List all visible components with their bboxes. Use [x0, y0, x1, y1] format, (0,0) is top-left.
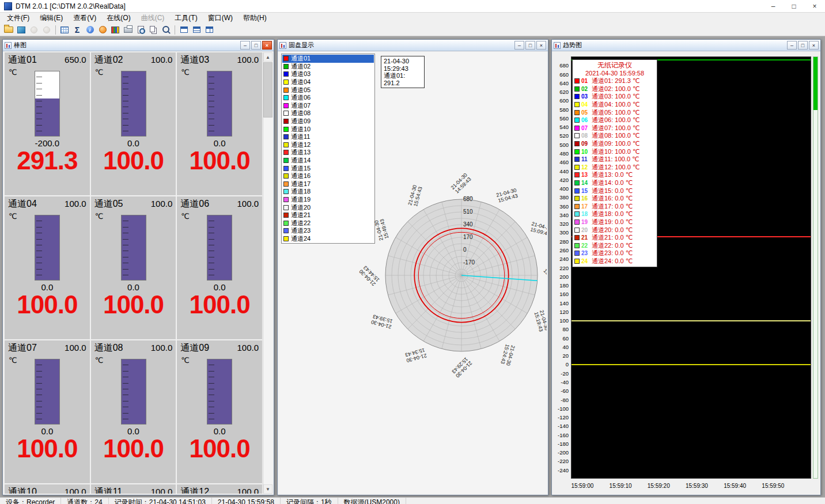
window-restore-button[interactable]: □ — [798, 41, 808, 50]
statistics-icon[interactable]: Σ — [71, 24, 84, 36]
scale-max-value: 100.0 — [151, 343, 173, 353]
channel-list-item[interactable]: 通道12 — [282, 141, 374, 149]
stop-icon — [43, 26, 50, 33]
print-preview-icon[interactable] — [134, 24, 147, 36]
menu-item[interactable]: 查看(V) — [68, 13, 101, 24]
channel-list-item[interactable]: 通道05 — [282, 86, 374, 94]
legend-channel-number: 11 — [581, 156, 590, 162]
scroll-up-button[interactable]: ▲ — [263, 52, 273, 62]
channel-list-item[interactable]: 通道10 — [282, 125, 374, 133]
cursor-tooltip: 21-04-30 15:29:43 通道01: 291.2 — [381, 56, 425, 88]
disc-window-titlebar[interactable]: 圆盘显示 – □ × — [278, 40, 548, 51]
window-minimize-button[interactable]: – — [514, 41, 524, 50]
bar-gauge-cell: 通道05100.0℃0.0100.0 — [91, 196, 176, 339]
scroll-down-button[interactable]: ▼ — [263, 484, 273, 494]
menu-item[interactable]: 曲线(C) — [136, 13, 170, 24]
tile-vertical-icon[interactable] — [203, 24, 215, 36]
vertical-scrollbar[interactable]: ▲ ▼ — [263, 52, 273, 494]
legend-channel-number: 17 — [581, 203, 590, 210]
bar-cell-header: 通道02100.0 — [91, 52, 176, 66]
y-axis-tick: 360 — [559, 203, 569, 209]
window-close-button[interactable]: × — [262, 41, 272, 50]
channel-list-item[interactable]: 通道08 — [282, 109, 374, 118]
disc-display-window: 圆盘显示 – □ × 通道01通道02通道03通道04通道05通道06通道07通… — [277, 39, 548, 495]
tile-horizontal-icon[interactable] — [190, 24, 203, 36]
trend-scrollbar[interactable] — [813, 56, 818, 479]
channel-color-swatch — [283, 221, 289, 226]
window-minimize-button[interactable]: – — [787, 41, 797, 50]
menu-item[interactable]: 帮助(H) — [238, 13, 272, 24]
copy-icon[interactable] — [147, 24, 160, 36]
window-minimize-button[interactable]: – — [240, 41, 250, 50]
data-table-icon — [60, 26, 69, 33]
menu-item[interactable]: 文件(F) — [2, 13, 35, 24]
mdi-workspace: 棒图 – □ × 通道01650.0℃-200.0291.3通道02100.0℃… — [0, 36, 825, 497]
alarm-icon[interactable] — [96, 24, 109, 36]
tooltip-value: 通道01: 291.2 — [384, 72, 422, 86]
color-settings-icon[interactable] — [109, 24, 122, 36]
y-axis-tick: 120 — [559, 308, 569, 314]
minimize-button[interactable]: – — [763, 0, 784, 12]
app-titlebar: DTM 2.0.1 [C:\DTM 2.0.2\RealData] – □ × — [0, 0, 825, 13]
legend-color-swatch — [574, 204, 580, 209]
bar-gauge — [207, 71, 232, 137]
channel-value: 100.0 — [177, 290, 262, 319]
menu-item[interactable]: 在线(O) — [101, 13, 135, 24]
time-ring-label: 21-04-3015:44:43 — [358, 264, 381, 287]
export-icon[interactable] — [15, 24, 28, 36]
menu-item[interactable]: 编辑(E) — [35, 13, 68, 24]
channel-list-item[interactable]: 通道09 — [282, 118, 374, 126]
legend-timestamp: 2021-04-30 15:59:58 — [573, 70, 657, 77]
channel-list-item[interactable]: 通道06 — [282, 94, 374, 102]
trend-scrollbar-thumb[interactable] — [813, 57, 818, 110]
window-restore-button[interactable]: □ — [251, 41, 261, 50]
scale-max-value: 100.0 — [237, 199, 259, 209]
cascade-windows-icon[interactable] — [177, 24, 190, 36]
maximize-button[interactable]: □ — [784, 0, 804, 12]
menu-item[interactable]: 窗口(W) — [203, 13, 238, 24]
zoom-icon[interactable] — [160, 24, 172, 36]
scrollbar-thumb[interactable] — [263, 62, 273, 118]
channel-color-swatch — [283, 205, 289, 210]
bar-window-titlebar[interactable]: 棒图 – □ × — [3, 40, 274, 51]
radial-axis-label: 510 — [463, 209, 473, 215]
legend-channel-number: 06 — [581, 117, 590, 123]
open-file-icon[interactable] — [2, 24, 15, 36]
channel-list-item[interactable]: 通道02 — [282, 63, 374, 71]
data-table-icon[interactable] — [58, 24, 71, 36]
y-axis-tick: -180 — [558, 440, 569, 446]
channel-list-item[interactable]: 通道04 — [282, 78, 374, 86]
close-button[interactable]: × — [804, 0, 825, 12]
y-axis-tick: 400 — [559, 185, 569, 192]
info-icon[interactable]: i — [84, 24, 96, 36]
window-close-button[interactable]: × — [536, 41, 546, 50]
unit-label: ℃ — [9, 212, 17, 221]
status-bar-item: 通道数：24 — [61, 498, 108, 504]
trend-series-line — [572, 364, 811, 365]
y-axis-tick: 440 — [559, 168, 569, 174]
record-icon — [31, 26, 37, 33]
channel-list-item[interactable]: 通道01 — [282, 55, 374, 63]
cascade-windows-icon — [180, 26, 188, 33]
channel-color-swatch — [283, 142, 289, 147]
channel-list-item[interactable]: 通道03 — [282, 70, 374, 78]
window-restore-button[interactable]: □ — [525, 41, 535, 50]
unit-label: ℃ — [95, 68, 104, 77]
legend-color-swatch — [574, 172, 580, 177]
bar-gauge — [121, 71, 146, 137]
channel-list-item[interactable]: 通道07 — [282, 102, 374, 110]
legend-row: 01通道01: 291.3 ℃ — [573, 77, 657, 85]
channel-list-item[interactable]: 通道11 — [282, 133, 374, 141]
trend-window-titlebar[interactable]: 趋势图 – □ × — [552, 40, 820, 51]
legend-channel-number: 18 — [581, 211, 590, 217]
channel-value: 291.3 — [5, 146, 90, 175]
menu-item[interactable]: 工具(T) — [169, 13, 202, 24]
window-close-button[interactable]: × — [809, 41, 819, 50]
radial-axis-label: 340 — [463, 221, 473, 228]
y-axis-tick: 280 — [559, 238, 569, 244]
y-axis-tick: 340 — [559, 211, 569, 218]
legend-row: 08通道08: 100.0 ℃ — [573, 132, 657, 140]
trend-window-controls: – □ × — [787, 41, 819, 50]
menu-bar: 文件(F)编辑(E)查看(V)在线(O)曲线(C)工具(T)窗口(W)帮助(H) — [0, 13, 825, 24]
print-icon[interactable] — [122, 24, 134, 36]
